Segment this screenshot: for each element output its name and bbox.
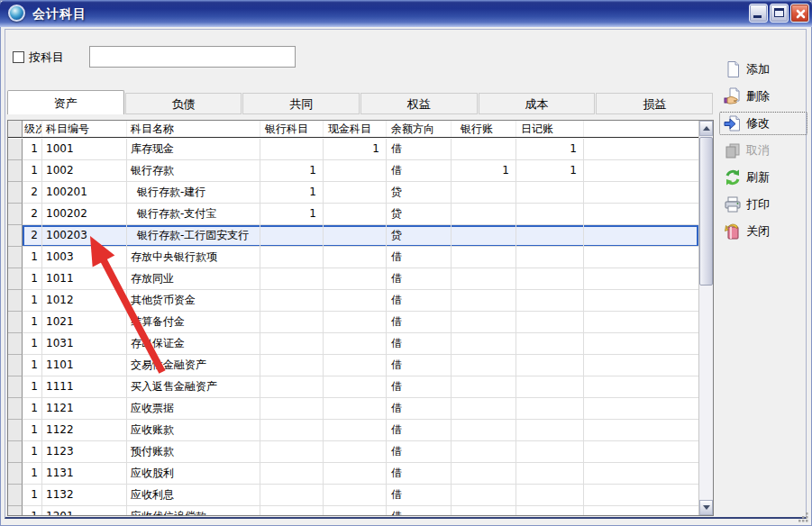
subject-search-input[interactable]	[89, 46, 296, 68]
cell-bank-subject	[260, 290, 324, 312]
cell-code: 1012	[42, 290, 127, 312]
tab-2[interactable]: 负债	[125, 93, 242, 114]
cell-bank-account: 1	[452, 160, 516, 182]
row-selector-gutter[interactable]	[8, 290, 23, 312]
resize-grip[interactable]	[798, 512, 809, 523]
row-body[interactable]: 2100201银行存款-建行1贷	[23, 182, 698, 204]
row-body[interactable]: 11111买入返售金融资产借	[23, 376, 698, 398]
cell-bank-subject	[260, 463, 324, 485]
table-row: 11021结算备付金借	[8, 312, 698, 333]
cell-journal	[516, 204, 584, 225]
row-selector-gutter[interactable]	[8, 312, 23, 333]
row-body[interactable]: 11021结算备付金借	[23, 312, 698, 333]
row-body[interactable]: 2100202银行存款-支付宝1贷	[23, 204, 698, 225]
delete-button[interactable]: 删除	[719, 85, 807, 108]
cell-cash-subject	[324, 268, 387, 290]
column-header[interactable]: 现金科目	[324, 121, 387, 137]
minimize-button[interactable]	[749, 4, 768, 23]
row-selector-gutter[interactable]	[8, 182, 23, 204]
row-body[interactable]: 11003存放中央银行款项借	[23, 247, 698, 268]
titlebar[interactable]: 会计科目	[0, 0, 812, 27]
cell-journal	[516, 268, 584, 290]
modify-button[interactable]: 修改	[719, 112, 807, 135]
row-body[interactable]: 2100203银行存款-工行固安支行贷	[23, 225, 698, 247]
row-selector-gutter[interactable]	[8, 139, 23, 160]
cell-filler	[584, 182, 698, 204]
column-header[interactable]: 银行科目	[260, 121, 324, 137]
scroll-up-button[interactable]	[699, 121, 713, 136]
row-selector-gutter[interactable]	[8, 463, 23, 485]
cell-name: 预付账款	[127, 441, 260, 463]
maximize-button[interactable]	[770, 4, 789, 23]
row-body[interactable]: 11121应收票据借	[23, 398, 698, 420]
row-selector-gutter[interactable]	[8, 376, 23, 398]
scroll-down-button[interactable]	[699, 500, 713, 515]
column-header[interactable]: 日记账	[516, 121, 584, 137]
tab-6[interactable]: 损益	[596, 93, 713, 114]
row-selector-gutter[interactable]	[8, 398, 23, 420]
row-selector-gutter[interactable]	[8, 485, 23, 506]
cell-direction: 借	[387, 160, 452, 182]
row-body[interactable]: 11123预付账款借	[23, 441, 698, 463]
cell-cash-subject	[324, 290, 387, 312]
row-selector-gutter[interactable]	[8, 355, 23, 376]
add-button[interactable]: 添加	[719, 58, 807, 81]
row-selector-gutter[interactable]	[8, 225, 23, 247]
row-body[interactable]: 11122应收账款借	[23, 420, 698, 441]
column-header[interactable]: 科目名称	[127, 121, 260, 137]
row-body[interactable]: 11101交易性金融资产借	[23, 355, 698, 376]
row-selector-gutter[interactable]	[8, 268, 23, 290]
cell-code: 1021	[42, 312, 127, 333]
scrollbar-thumb[interactable]	[699, 137, 713, 286]
window: 会计科目 按科目 资产负债共同权益成本损益 级次科目编号科目名称银行科目现金科目…	[0, 0, 812, 526]
tab-4[interactable]: 权益	[360, 93, 478, 114]
cell-code: 1001	[42, 139, 127, 160]
cell-direction: 借	[387, 463, 452, 485]
row-selector-gutter[interactable]	[8, 420, 23, 441]
row-body[interactable]: 11012其他货币资金借	[23, 290, 698, 312]
cell-direction: 贷	[387, 204, 452, 225]
cell-journal	[516, 376, 584, 398]
tab-3[interactable]: 共同	[242, 93, 360, 114]
refresh-icon	[724, 168, 742, 186]
cell-name: 交易性金融资产	[127, 355, 260, 376]
cell-filler	[584, 268, 698, 290]
cell-name: 应收账款	[127, 420, 260, 441]
cell-cash-subject	[324, 312, 387, 333]
row-selector-gutter[interactable]	[8, 160, 23, 182]
by-subject-checkbox[interactable]	[13, 51, 24, 63]
close-book-button[interactable]: 关闭	[719, 220, 807, 243]
row-selector-gutter[interactable]	[8, 204, 23, 225]
table-row: 11122应收账款借	[8, 420, 698, 441]
column-header[interactable]: 余额方向	[387, 121, 452, 137]
refresh-button[interactable]: 刷新	[719, 166, 807, 189]
cell-level: 1	[23, 420, 42, 441]
cell-bank-account	[452, 268, 516, 290]
row-body[interactable]: 11011存放同业借	[23, 268, 698, 290]
row-body[interactable]: 11131应收股利借	[23, 463, 698, 485]
cell-name: 存出保证金	[127, 333, 260, 355]
row-body[interactable]: 11001库存现金1借1	[23, 139, 698, 160]
cell-code: 1002	[42, 160, 127, 182]
print-button[interactable]: 打印	[719, 193, 807, 216]
cell-cash-subject	[324, 376, 387, 398]
cell-cash-subject	[324, 420, 387, 441]
row-selector-gutter[interactable]	[8, 333, 23, 355]
row-selector-gutter[interactable]	[8, 247, 23, 268]
vertical-scrollbar[interactable]	[698, 121, 713, 515]
row-body[interactable]: 11132应收利息借	[23, 485, 698, 506]
row-body[interactable]: 11031存出保证金借	[23, 333, 698, 355]
row-body[interactable]: 11201应收代位追偿款借	[23, 506, 698, 516]
close-button[interactable]	[790, 4, 809, 23]
tab-1[interactable]: 资产	[7, 90, 124, 114]
row-body[interactable]: 11002银行存款1借11	[23, 160, 698, 182]
table-row: 11031存出保证金借	[8, 333, 698, 355]
row-selector-gutter[interactable]	[8, 506, 23, 516]
cell-bank-account	[452, 182, 516, 204]
row-selector-gutter[interactable]	[8, 441, 23, 463]
column-header[interactable]: 银行账	[452, 121, 516, 137]
column-header[interactable]: 科目编号	[42, 121, 127, 137]
cancel-button[interactable]: 取消	[719, 139, 807, 162]
column-header[interactable]: 级次	[23, 121, 42, 137]
tab-5[interactable]: 成本	[479, 93, 596, 114]
